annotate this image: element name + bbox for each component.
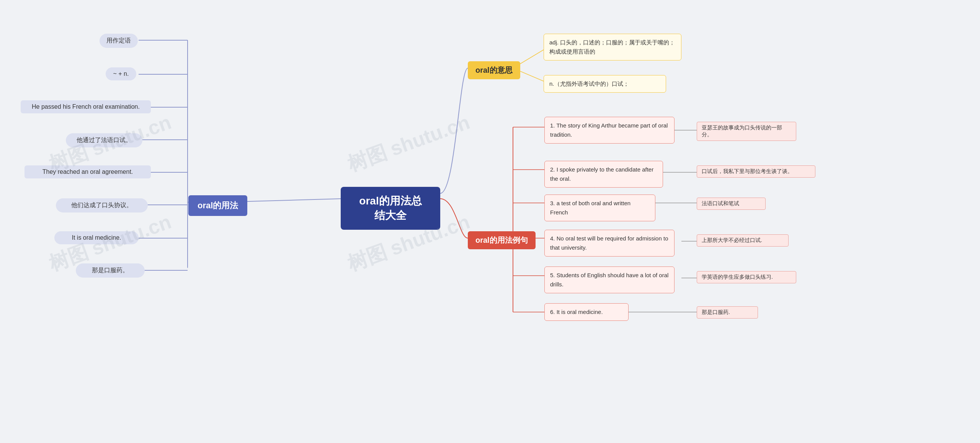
- left-node-2: ~ + n.: [106, 67, 136, 80]
- right-meaning-label: oral的意思: [475, 66, 513, 74]
- right-branch-examples: oral的用法例句: [468, 231, 536, 249]
- right-branch-meaning: oral的意思: [468, 61, 520, 79]
- left-node-4: 他通过了法语口试。: [66, 133, 142, 147]
- trans-1: 亚瑟王的故事成为口头传说的一部分。: [697, 122, 796, 141]
- left-branch-node: oral的用法: [188, 195, 247, 216]
- left-branch-label: oral的用法: [198, 201, 238, 210]
- meaning-box-adj: adj. 口头的，口述的；口服的；属于或关于嘴的；构成或使用言语的: [544, 34, 681, 60]
- center-node: oral的用法总结大全: [341, 187, 440, 230]
- example-box-1: 1. The story of King Arthur became part …: [544, 117, 675, 144]
- trans-6: 那是口服药.: [697, 306, 758, 319]
- example-box-4: 4. No oral test will be required for adm…: [544, 230, 675, 257]
- example-box-2: 2. I spoke privately to the candidate af…: [544, 161, 663, 188]
- trans-3: 法语口试和笔试: [697, 198, 766, 210]
- example-box-5: 5. Students of English should have a lot…: [544, 266, 675, 293]
- svg-line-2: [188, 40, 222, 202]
- left-node-7: It is oral medicine.: [54, 231, 139, 244]
- center-label: oral的用法总结大全: [359, 195, 421, 221]
- example-box-6: 6. It is oral medicine.: [544, 303, 629, 321]
- watermark-2: 树图 shutu.cn: [344, 109, 474, 178]
- mind-map: 树图 shutu.cn 树图 shutu.cn 树图 shutu.cn 树图 s…: [0, 0, 980, 443]
- meaning-box-n: n.（尤指外语考试中的）口试；: [544, 75, 666, 93]
- left-node-6: 他们达成了口头协议。: [56, 198, 148, 213]
- trans-2: 口试后，我私下里与那位考生谈了谈。: [697, 165, 815, 178]
- left-node-3: He passed his French oral examination.: [21, 100, 151, 113]
- trans-4: 上那所大学不必经过口试.: [697, 234, 789, 247]
- left-node-8: 那是口服药。: [76, 263, 145, 278]
- trans-5: 学英语的学生应多做口头练习.: [697, 271, 796, 283]
- right-examples-label: oral的用法例句: [475, 236, 528, 244]
- example-box-3: 3. a test of both oral and written Frenc…: [544, 195, 655, 221]
- left-node-5: They reached an oral agreement.: [24, 165, 151, 178]
- left-node-1: 用作定语: [100, 34, 138, 48]
